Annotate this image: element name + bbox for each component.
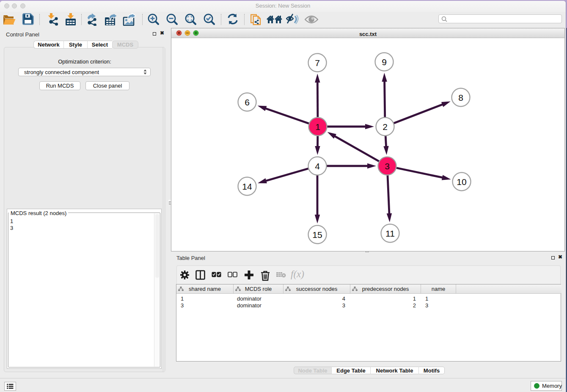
svg-text:14: 14 — [242, 182, 252, 191]
svg-text:2: 2 — [383, 122, 388, 132]
svg-text:4: 4 — [315, 161, 320, 171]
svg-text:3: 3 — [385, 161, 390, 171]
svg-text:1: 1 — [315, 122, 320, 132]
svg-text:8: 8 — [458, 93, 463, 102]
svg-text:10: 10 — [457, 177, 466, 187]
svg-text:9: 9 — [382, 57, 387, 67]
svg-text:7: 7 — [315, 58, 320, 68]
svg-text:15: 15 — [312, 230, 322, 240]
svg-text:11: 11 — [385, 229, 395, 238]
svg-text:6: 6 — [245, 97, 250, 107]
